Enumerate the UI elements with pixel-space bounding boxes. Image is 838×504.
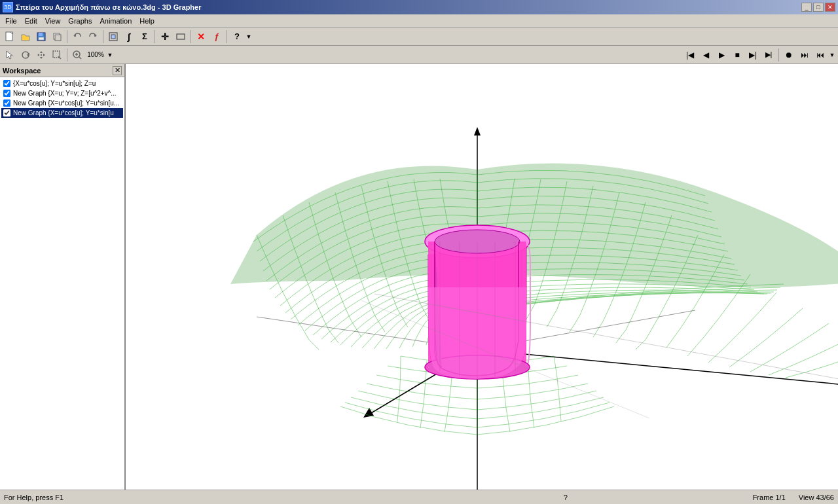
3d-graph-svg — [126, 64, 838, 490]
workspace-panel: Workspace ✕ {X=u*cos[u]; Y=u*sin[u]; Z=u… — [0, 64, 126, 490]
sep1 — [67, 30, 67, 43]
minimize-button[interactable]: _ — [801, 3, 812, 12]
menu-view[interactable]: View — [41, 16, 65, 26]
rect-select-button[interactable] — [173, 29, 188, 44]
maximize-button[interactable]: □ — [813, 3, 824, 12]
titlebar: 3D Σπείρα του Αρχιμήδη πάνω σε κώνο.3dg … — [0, 0, 838, 14]
workspace-close-button[interactable]: ✕ — [113, 66, 122, 75]
svg-rect-17 — [41, 54, 42, 56]
workspace-item-2-checkbox[interactable] — [3, 99, 10, 107]
help-dropdown-button[interactable]: ▼ — [246, 29, 252, 44]
anim-first-button[interactable]: |◀ — [683, 48, 697, 62]
svg-marker-11 — [7, 51, 12, 59]
workspace-item-0-checkbox[interactable] — [3, 80, 10, 87]
menu-animation[interactable]: Animation — [96, 16, 136, 26]
workspace-item-2-label: New Graph {X=u*cos[u]; Y=u*sin[u... — [13, 99, 119, 107]
insert-integral-button[interactable]: ∫ — [122, 29, 136, 44]
app-icon: 3D — [3, 2, 13, 12]
workspace-item-2[interactable]: New Graph {X=u*cos[u]; Y=u*sin[u... — [1, 98, 123, 108]
move-tool-button[interactable] — [34, 48, 48, 62]
svg-rect-3 — [39, 37, 44, 40]
titlebar-controls[interactable]: _ □ ✕ — [801, 3, 835, 12]
rotate-tool-button[interactable] — [18, 48, 33, 62]
zoom-box-button[interactable] — [50, 48, 64, 62]
sep5 — [227, 30, 227, 43]
workspace-item-3-checkbox[interactable] — [3, 109, 10, 117]
zoom-percent-button[interactable]: 100% — [86, 48, 105, 62]
open-button[interactable] — [18, 29, 33, 44]
anim-next-button[interactable]: ▶| — [746, 48, 760, 62]
zoom-dropdown-button[interactable]: ▼ — [107, 48, 113, 62]
svg-marker-15 — [37, 54, 39, 56]
menu-file[interactable]: File — [1, 16, 21, 26]
status-view: View 43/66 — [799, 494, 834, 501]
main: Workspace ✕ {X=u*cos[u]; Y=u*sin[u]; Z=u… — [0, 64, 838, 490]
workspace-item-1-checkbox[interactable] — [3, 90, 10, 97]
sep3 — [155, 30, 155, 43]
menu-graphs[interactable]: Graphs — [64, 16, 96, 26]
statusbar: For Help, press F1 ? Frame 1/1 View 43/6… — [0, 490, 838, 504]
status-help-text: For Help, press F1 — [4, 494, 378, 501]
canvas-area[interactable] — [126, 64, 838, 490]
svg-rect-10 — [177, 34, 185, 39]
sep6 — [67, 48, 67, 62]
titlebar-left: 3D Σπείρα του Αρχιμήδη πάνω σε κώνο.3dg … — [3, 2, 201, 12]
workspace-item-1-label: New Graph {X=u; Y=v; Z=[u^2+v^... — [13, 90, 117, 97]
svg-line-23 — [79, 57, 81, 59]
svg-rect-9 — [111, 35, 115, 39]
workspace-items: {X=u*cos[u]; Y=u*sin[u]; Z=u New Graph {… — [0, 77, 124, 490]
new-button[interactable] — [3, 29, 17, 44]
toolbar2: 100% ▼ |◀ ◀ ▶ ■ ▶| ▶| ⏺ ⏭ ⏮ ▼ — [0, 46, 838, 64]
copy-window-button[interactable] — [50, 29, 64, 44]
status-mid-text: ? — [378, 494, 753, 501]
workspace-item-0[interactable]: {X=u*cos[u]; Y=u*sin[u]; Z=u — [1, 79, 123, 88]
anim-settings-button[interactable]: ⏭ — [797, 48, 812, 62]
close-button[interactable]: ✕ — [825, 3, 835, 12]
sep4 — [191, 30, 191, 43]
status-frame: Frame 1/1 — [753, 494, 786, 501]
anim-record-button[interactable]: ⏺ — [782, 48, 796, 62]
toolbar1: ∫ Σ ✛ ✕ ƒ ? ▼ — [0, 27, 838, 46]
function-button[interactable]: ƒ — [210, 29, 224, 44]
anim-export-button[interactable]: ⏮ — [813, 48, 828, 62]
anim-play-button[interactable]: ▶ — [714, 48, 729, 62]
titlebar-title: Σπείρα του Αρχιμήδη πάνω σε κώνο.3dg - 3… — [16, 3, 201, 11]
anim-last-button[interactable]: ▶| — [761, 48, 776, 62]
menu-edit[interactable]: Edit — [21, 16, 41, 26]
menubar: File Edit View Graphs Animation Help — [0, 14, 838, 27]
workspace-item-3[interactable]: New Graph {X=u*cos[u]; Y=u*sin[u — [1, 108, 123, 118]
undo-button[interactable] — [70, 29, 84, 44]
workspace-item-0-label: {X=u*cos[u]; Y=u*sin[u]; Z=u — [13, 80, 96, 87]
sep7 — [778, 48, 779, 62]
workspace-item-3-label: New Graph {X=u*cos[u]; Y=u*sin[u — [13, 109, 114, 117]
svg-rect-2 — [39, 33, 43, 36]
workspace-title: Workspace — [3, 67, 41, 75]
select-tool-button[interactable] — [3, 48, 17, 62]
insert-sum-button[interactable]: Σ — [137, 29, 152, 44]
anim-prev-button[interactable]: ◀ — [699, 48, 713, 62]
fit-window-button[interactable] — [106, 29, 120, 44]
zoom-in-button[interactable] — [70, 48, 84, 62]
help-button[interactable]: ? — [230, 29, 244, 44]
anim-stop-button[interactable]: ■ — [730, 48, 744, 62]
workspace-header: Workspace ✕ — [0, 64, 124, 77]
delete-button[interactable]: ✕ — [194, 29, 208, 44]
redo-button[interactable] — [86, 29, 100, 44]
svg-marker-16 — [43, 54, 45, 56]
menu-help[interactable]: Help — [136, 16, 158, 26]
sep2 — [103, 30, 103, 43]
add-graph-button[interactable]: ✛ — [158, 29, 172, 44]
svg-marker-14 — [40, 57, 43, 59]
svg-rect-5 — [55, 35, 61, 41]
svg-marker-13 — [40, 51, 43, 53]
save-button[interactable] — [34, 29, 48, 44]
anim-extra-button[interactable]: ▼ — [829, 48, 835, 62]
workspace-item-1[interactable]: New Graph {X=u; Y=v; Z=[u^2+v^... — [1, 88, 123, 98]
